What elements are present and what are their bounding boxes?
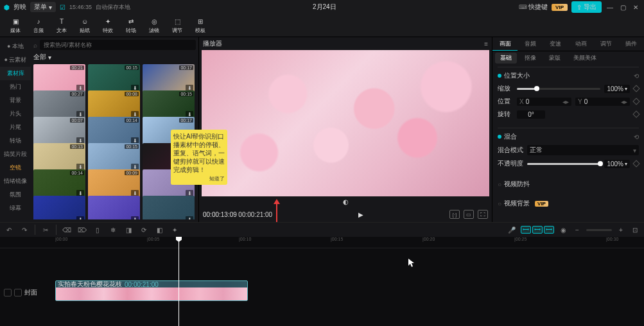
media-thumbnail[interactable]: 00:08⬇ bbox=[88, 90, 140, 120]
rotate-button[interactable]: ⟳ bbox=[139, 225, 149, 235]
sort-dropdown[interactable]: 全部▾ bbox=[33, 53, 196, 62]
undo-button[interactable]: ↶ bbox=[4, 225, 14, 235]
rotate-keyframe[interactable] bbox=[632, 110, 640, 117]
minimize-button[interactable]: — bbox=[605, 3, 614, 12]
media-thumbnail[interactable]: 00:15⬇ bbox=[143, 90, 195, 120]
split-button[interactable]: ✂ bbox=[40, 225, 51, 235]
position-keyframe[interactable] bbox=[632, 98, 640, 105]
property-subtab[interactable]: 蒙版 bbox=[544, 53, 566, 64]
ai-button[interactable]: ✦ bbox=[170, 225, 180, 235]
redo-button[interactable]: ↷ bbox=[19, 225, 30, 235]
opacity-slider[interactable] bbox=[527, 163, 600, 165]
timeline-ruler[interactable]: |00:00|00:05|00:10|00:15|00:20|00:25|00:… bbox=[0, 237, 644, 248]
nav-item[interactable]: ● 本地 bbox=[0, 40, 31, 53]
scale-keyframe[interactable] bbox=[632, 85, 640, 92]
property-subtab[interactable]: 抠像 bbox=[519, 53, 541, 64]
playhead[interactable] bbox=[178, 237, 179, 326]
menu-dropdown[interactable]: 菜单▾ bbox=[30, 2, 56, 12]
nav-item[interactable]: 情绪镜像 bbox=[0, 175, 31, 188]
zoom-fit-button[interactable]: ⊡ bbox=[630, 225, 640, 235]
zoom-in-button[interactable]: + bbox=[616, 225, 626, 235]
media-thumbnail[interactable]: 00:13⬇ bbox=[33, 143, 85, 173]
nav-item[interactable]: 片头 bbox=[0, 107, 31, 121]
export-button[interactable]: ⇪导出 bbox=[571, 1, 602, 13]
color-picker-icon[interactable]: ◐ bbox=[343, 198, 349, 205]
video-clip[interactable]: 实拍春天粉色樱花花枝 00:00:21:00 bbox=[55, 280, 248, 301]
section-position-size[interactable]: 位置大小⟲ bbox=[498, 71, 639, 80]
mirror-button[interactable]: ◨ bbox=[123, 225, 134, 235]
property-tab[interactable]: 插件 bbox=[619, 37, 644, 51]
track-mute-toggle[interactable] bbox=[4, 289, 12, 296]
media-thumbnail[interactable]: 00:09⬇ bbox=[88, 169, 140, 199]
zoom-out-button[interactable]: − bbox=[572, 225, 582, 235]
tool-文本[interactable]: T文本 bbox=[50, 14, 73, 37]
play-button[interactable]: ▶ bbox=[356, 210, 365, 219]
freeze-button[interactable]: ❄ bbox=[108, 225, 118, 235]
preview-toggle[interactable]: ◉ bbox=[558, 225, 568, 235]
shortcut-icon[interactable]: ⌨ 快捷键 bbox=[519, 3, 548, 12]
property-tab[interactable]: 动画 bbox=[568, 37, 593, 51]
opacity-keyframe[interactable] bbox=[632, 160, 640, 167]
position-y-input[interactable]: Y0◂▸ bbox=[575, 98, 630, 106]
snap-2[interactable]: ⟷ bbox=[532, 226, 543, 234]
tool-音频[interactable]: ♪音频 bbox=[27, 14, 50, 37]
zoom-slider[interactable] bbox=[586, 229, 612, 231]
property-tab[interactable]: 音频 bbox=[518, 37, 543, 51]
maximize-button[interactable]: ▢ bbox=[618, 3, 627, 12]
tool-贴纸[interactable]: ☺贴纸 bbox=[73, 14, 96, 37]
snap-1[interactable]: ⟷ bbox=[521, 226, 531, 234]
tool-模板[interactable]: ⊞模板 bbox=[189, 14, 212, 37]
property-tab[interactable]: 画面 bbox=[492, 37, 518, 51]
download-icon[interactable]: ⬇ bbox=[131, 216, 139, 219]
tool-滤镜[interactable]: ◎滤镜 bbox=[143, 14, 166, 37]
crop-button[interactable]: ◧ bbox=[154, 225, 164, 235]
download-icon[interactable]: ⬇ bbox=[76, 216, 84, 219]
tool-媒体[interactable]: ▣媒体 bbox=[4, 14, 27, 37]
nav-item[interactable]: 绿幕 bbox=[0, 202, 31, 215]
property-tab[interactable]: 变速 bbox=[543, 37, 568, 51]
close-button[interactable]: ✕ bbox=[631, 3, 640, 12]
nav-item[interactable]: 氛围 bbox=[0, 188, 31, 202]
nav-item[interactable]: 搞笑片段 bbox=[0, 148, 31, 161]
vip-badge[interactable]: VIP bbox=[552, 4, 568, 11]
reset-icon[interactable]: ⟲ bbox=[634, 73, 639, 80]
media-thumbnail[interactable]: 00:14⬇ bbox=[33, 169, 85, 199]
fullscreen-button[interactable]: ⛶ bbox=[478, 210, 488, 219]
player-menu-icon[interactable]: ≡ bbox=[484, 40, 488, 47]
nav-item[interactable]: 空镜 bbox=[0, 161, 31, 175]
track-lock-toggle[interactable] bbox=[14, 289, 22, 296]
tool-转场[interactable]: ⇄转场 bbox=[119, 14, 143, 37]
scale-value[interactable]: 100%▾ bbox=[604, 85, 630, 93]
nav-item[interactable]: 转场 bbox=[0, 134, 31, 148]
delete-right-button[interactable]: ⌦ bbox=[77, 225, 87, 235]
property-subtab[interactable]: 美颜美体 bbox=[568, 53, 602, 64]
media-thumbnail[interactable]: 00:15⬇ bbox=[88, 64, 140, 94]
media-thumbnail[interactable]: 00:17⬇ bbox=[143, 64, 195, 94]
nav-item[interactable]: 热门 bbox=[0, 80, 31, 94]
nav-item[interactable]: 素材库 bbox=[0, 67, 31, 80]
position-x-input[interactable]: X0◂▸ bbox=[517, 98, 571, 106]
mic-button[interactable]: 🎤 bbox=[507, 225, 517, 235]
download-icon[interactable]: ⬇ bbox=[186, 216, 193, 219]
nav-item[interactable]: 片尾 bbox=[0, 121, 31, 134]
nav-item[interactable]: 背景 bbox=[0, 94, 31, 107]
opacity-value[interactable]: 100%▾ bbox=[604, 160, 630, 168]
scale-slider[interactable] bbox=[517, 88, 600, 90]
media-thumbnail[interactable]: 00:07⬇ bbox=[33, 117, 85, 146]
rotate-value[interactable]: 0° bbox=[517, 110, 545, 119]
nav-item[interactable]: ● 云素材 bbox=[0, 53, 31, 67]
timeline-area[interactable]: |00:00|00:05|00:10|00:15|00:20|00:25|00:… bbox=[0, 237, 644, 326]
player-viewport[interactable] bbox=[202, 50, 489, 196]
ratio-button[interactable]: [·] bbox=[449, 210, 460, 219]
resolution-button[interactable]: ▭ bbox=[464, 210, 474, 219]
media-thumbnail[interactable]: 00:27⬇ bbox=[33, 90, 85, 120]
delete-left-button[interactable]: ⌫ bbox=[62, 225, 72, 235]
section-stabilize[interactable]: ○视频防抖 bbox=[498, 177, 639, 191]
media-thumbnail[interactable]: 00:14⬇ bbox=[88, 117, 140, 146]
split-tool-button[interactable]: ▯ bbox=[92, 225, 103, 235]
tool-特效[interactable]: ✦特效 bbox=[96, 14, 119, 37]
media-thumbnail[interactable]: 00:15⬇ bbox=[88, 143, 140, 173]
media-thumbnail[interactable]: ⬇ bbox=[143, 196, 195, 219]
section-blend[interactable]: 混合⟲ bbox=[498, 132, 639, 141]
media-thumbnail[interactable]: ⬇ bbox=[33, 196, 85, 219]
